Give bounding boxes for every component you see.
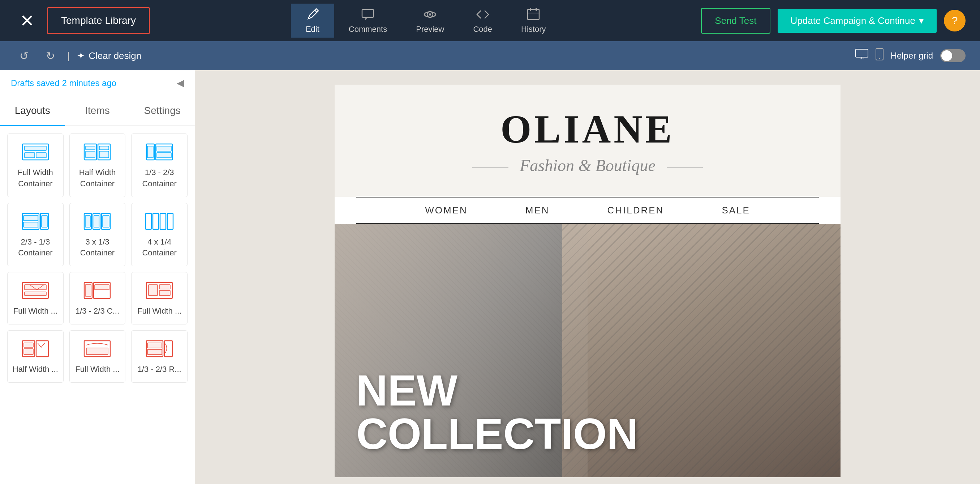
sidebar-header: Drafts saved 2 minutes ago ◀: [0, 70, 195, 96]
collapse-sidebar-button[interactable]: ◀: [177, 77, 184, 89]
svg-rect-16: [86, 151, 95, 158]
history-tool-button[interactable]: History: [507, 3, 560, 38]
clear-design-button[interactable]: ✦ Helper grid Clear design: [77, 50, 141, 61]
email-nav-bar: WOMEN MEN CHILDREN SALE: [356, 197, 819, 224]
help-button[interactable]: ?: [944, 10, 966, 32]
tab-layouts[interactable]: Layouts: [0, 96, 65, 126]
send-test-button[interactable]: Send Test: [701, 8, 770, 34]
layout-item-four-columns[interactable]: 4 x 1/4 Container: [131, 203, 188, 267]
layout-item-full-width[interactable]: Full Width Container: [7, 134, 64, 197]
layout-label-four-columns: 4 x 1/4 Container: [135, 236, 184, 259]
svg-rect-53: [24, 349, 33, 355]
comments-icon: [361, 7, 375, 22]
svg-rect-44: [85, 285, 91, 296]
full-width-red-3-icon: [83, 338, 112, 359]
layout-item-full-width-red-1[interactable]: Full Width ...: [7, 272, 64, 324]
edit-tool-button[interactable]: Edit: [291, 3, 334, 38]
code-icon: [476, 7, 490, 22]
hero-title-line1: NEW: [356, 369, 638, 412]
tagline-line-left: [472, 167, 508, 168]
nav-item-women[interactable]: WOMEN: [396, 198, 496, 223]
brand-tagline: Fashion & Boutique: [349, 156, 826, 175]
preview-tool-button[interactable]: Preview: [401, 3, 458, 38]
edit-icon: [305, 7, 320, 22]
full-width-red-1-icon: [21, 280, 50, 301]
tab-settings[interactable]: Settings: [130, 96, 195, 126]
svg-rect-3: [528, 10, 539, 19]
svg-rect-17: [99, 146, 109, 150]
hero-text: NEW COLLECTION: [356, 369, 638, 455]
nav-item-children[interactable]: CHILDREN: [578, 198, 693, 223]
svg-rect-11: [25, 153, 35, 158]
main-layout: Drafts saved 2 minutes ago ◀ Layouts Ite…: [0, 70, 980, 484]
top-navigation: ✕ Template Library Edit Comments: [0, 0, 980, 41]
tagline-line-right: [667, 167, 703, 168]
nav-item-sale[interactable]: SALE: [693, 198, 779, 223]
sidebar: Drafts saved 2 minutes ago ◀ Layouts Ite…: [0, 70, 195, 484]
toolbar-right: Helper grid: [855, 48, 966, 63]
clear-design-icon: ✦: [77, 50, 85, 61]
brand-name: OLIANE: [349, 106, 826, 152]
svg-point-2: [429, 13, 431, 16]
layout-label-full-width: Full Width Container: [11, 167, 60, 190]
undo-button[interactable]: ↺: [14, 47, 33, 65]
layout-item-three-columns[interactable]: 3 x 1/3 Container: [69, 203, 126, 267]
full-width-red-2-icon: [145, 280, 174, 301]
top-nav-tools: Edit Comments Preview Code: [291, 3, 560, 38]
svg-rect-47: [148, 285, 158, 296]
top-nav-right: Send Test Update Campaign & Continue ▾ ?: [701, 8, 966, 34]
svg-rect-6: [856, 49, 868, 57]
layout-item-full-width-red-3[interactable]: Full Width ...: [69, 330, 126, 383]
svg-rect-4: [530, 8, 531, 11]
svg-rect-27: [24, 222, 38, 227]
helper-grid-toggle[interactable]: [940, 49, 966, 62]
layout-item-one-third-two-thirds-red[interactable]: 1/3 - 2/3 C...: [69, 272, 126, 324]
svg-rect-26: [24, 216, 38, 220]
svg-rect-37: [160, 213, 166, 229]
chevron-down-icon: ▾: [919, 15, 924, 26]
svg-rect-38: [167, 213, 173, 229]
svg-rect-21: [148, 146, 153, 158]
svg-rect-34: [103, 216, 109, 227]
svg-rect-23: [157, 153, 171, 158]
layout-item-half-width[interactable]: Half Width Container: [69, 134, 126, 197]
desktop-view-button[interactable]: [855, 49, 868, 62]
svg-rect-35: [146, 213, 151, 229]
close-button[interactable]: ✕: [14, 8, 40, 33]
svg-rect-15: [86, 146, 95, 150]
svg-rect-12: [36, 153, 46, 158]
svg-rect-55: [86, 348, 108, 355]
update-campaign-button[interactable]: Update Campaign & Continue ▾: [778, 9, 937, 33]
full-width-container-icon: [21, 141, 50, 163]
preview-icon: [423, 7, 437, 22]
svg-point-8: [879, 58, 880, 59]
layout-item-two-thirds-one-third[interactable]: 2/3 - 1/3 Container: [7, 203, 64, 267]
half-width-container-icon: [83, 141, 112, 163]
nav-item-men[interactable]: MEN: [496, 198, 579, 223]
layout-label-one-third-two-thirds-red-2: 1/3 - 2/3 R...: [138, 364, 181, 375]
layout-label-full-width-red-2: Full Width ...: [137, 306, 181, 317]
email-canvas: OLIANE Fashion & Boutique WOMEN MEN CHIL…: [195, 70, 980, 484]
toolbar-divider: |: [67, 50, 70, 61]
layout-label-three-columns: 3 x 1/3 Container: [73, 236, 122, 259]
svg-rect-32: [85, 216, 90, 227]
code-tool-button[interactable]: Code: [458, 3, 507, 38]
layout-item-one-third-two-thirds-red-2[interactable]: 1/3 - 2/3 R...: [131, 330, 188, 383]
svg-rect-57: [164, 341, 172, 357]
redo-button[interactable]: ↻: [41, 47, 60, 65]
layout-item-half-width-red[interactable]: Half Width ...: [7, 330, 64, 383]
svg-rect-18: [99, 151, 109, 158]
two-thirds-one-third-icon: [21, 211, 50, 232]
layout-item-full-width-red-2[interactable]: Full Width ...: [131, 272, 188, 324]
layout-item-one-third-two-thirds[interactable]: 1/3 - 2/3 Container: [131, 134, 188, 197]
template-library-button[interactable]: Template Library: [47, 7, 150, 34]
sidebar-content: Full Width Container Half Width Containe…: [0, 126, 195, 484]
tab-items[interactable]: Items: [65, 96, 130, 126]
mobile-icon: [875, 48, 883, 61]
svg-rect-0: [362, 10, 374, 18]
svg-rect-5: [536, 8, 537, 11]
svg-rect-49: [159, 291, 170, 296]
comments-tool-button[interactable]: Comments: [334, 3, 401, 38]
svg-rect-45: [95, 285, 109, 290]
mobile-view-button[interactable]: [875, 48, 883, 63]
